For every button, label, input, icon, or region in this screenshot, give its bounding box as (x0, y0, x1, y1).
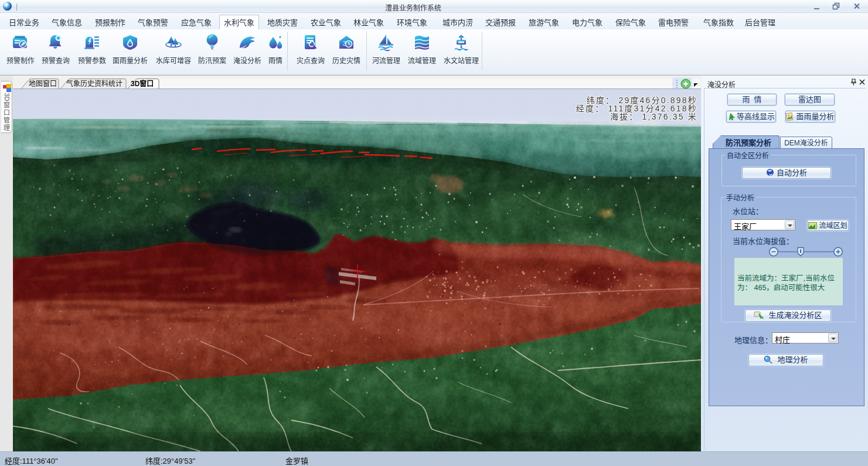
svg-text:气象历史资料统计: 气象历史资料统计 (66, 79, 122, 88)
svg-text:地图窗口: 地图窗口 (29, 80, 57, 88)
svg-text:海拔： 1,376.35 米: 海拔： 1,376.35 米 (610, 112, 697, 121)
svg-text:3D窗口: 3D窗口 (131, 79, 154, 88)
